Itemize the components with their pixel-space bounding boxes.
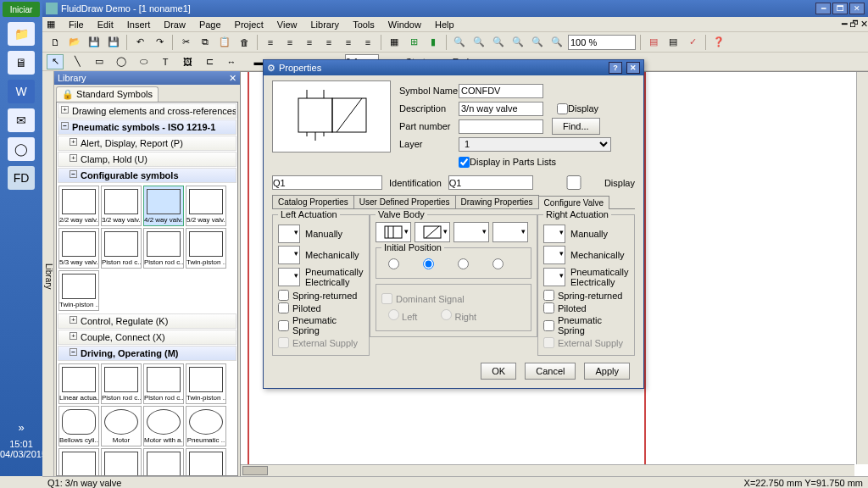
tree-control[interactable]: +Control, Regulate (K) <box>58 313 236 329</box>
menu-library[interactable]: Library <box>311 19 340 30</box>
left-piloted-check[interactable] <box>278 302 289 313</box>
initpos-radio-3[interactable] <box>458 258 469 269</box>
thumb-piston2[interactable]: Piston rod c.. <box>143 228 184 269</box>
library-tab-standard[interactable]: 🔒 Standard Symbols <box>56 86 159 102</box>
initpos-radio-1[interactable] <box>388 258 399 269</box>
thumb-5-3-valve[interactable]: 5/3 way valv.. <box>58 228 99 269</box>
undo-icon[interactable]: ↶ <box>131 34 148 51</box>
taskbar-app-folder-icon[interactable]: 📁 <box>8 22 35 46</box>
align-center-icon[interactable]: ≡ <box>281 34 298 51</box>
zoom-input[interactable] <box>568 35 636 50</box>
snap2-icon[interactable]: ▮ <box>425 34 442 51</box>
ok-button[interactable]: OK <box>481 363 516 380</box>
sidepanel-library-tab[interactable]: Library <box>42 71 54 476</box>
v-scrollbar[interactable] <box>856 72 868 464</box>
thumb-pneu1[interactable]: Pneumatic .. <box>186 406 226 446</box>
menu-file[interactable]: File <box>69 19 84 30</box>
h-scrollbar[interactable] <box>241 464 854 476</box>
thumb-piston1[interactable]: Piston rod c.. <box>101 228 142 269</box>
thumb-linear[interactable]: Linear actua.. <box>58 363 99 404</box>
right-spring-check[interactable] <box>543 290 554 301</box>
thumb-3-2-valve[interactable]: 3/2 way valv.. <box>101 186 142 226</box>
cursor-tool-icon[interactable]: ↖ <box>47 54 64 69</box>
redo-icon[interactable]: ↷ <box>151 34 168 51</box>
close-button[interactable]: ✕ <box>849 3 865 14</box>
circle-tool-icon[interactable]: ◯ <box>113 54 130 69</box>
align-top-icon[interactable]: ≡ <box>320 34 337 51</box>
menu-insert[interactable]: Insert <box>127 19 151 30</box>
save-icon[interactable]: 💾 <box>86 34 103 51</box>
left-pneuspring-check[interactable] <box>278 320 289 331</box>
thumb-twin2[interactable]: Twin-piston .. <box>58 270 99 311</box>
menu-help[interactable]: Help <box>435 19 454 30</box>
zoom-fit-icon[interactable]: 🔍 <box>451 34 468 51</box>
menu-edit[interactable]: Edit <box>97 19 114 30</box>
thumb-5-2-valve[interactable]: 5/2 way valv.. <box>186 186 226 226</box>
right-pneuspring-check[interactable] <box>543 320 554 331</box>
tree-couple[interactable]: +Couple, Connect (X) <box>58 330 236 345</box>
tree-draw-elements[interactable]: +Drawing elements and cross-references <box>58 103 236 119</box>
dialog-close-button[interactable]: ✕ <box>626 62 640 74</box>
mdi-close-button[interactable]: ✕ <box>860 19 868 30</box>
align-left-icon[interactable]: ≡ <box>262 34 279 51</box>
zoom-in-icon[interactable]: 🔍 <box>490 34 507 51</box>
right-piloted-check[interactable] <box>543 302 554 313</box>
open-icon[interactable]: 📂 <box>66 34 83 51</box>
thumb-swivel[interactable]: Swivel/linea.. <box>186 448 226 476</box>
tab-userdef[interactable]: User Defined Properties <box>353 195 456 208</box>
menu-draw[interactable]: Draw <box>164 19 186 30</box>
thumb-piston4[interactable]: Piston rod c.. <box>143 363 184 404</box>
valve-pos2-select[interactable] <box>415 222 450 242</box>
connector-tool-icon[interactable]: ⊏ <box>201 54 218 69</box>
taskbar-app-fluiddraw-icon[interactable]: FD <box>8 166 35 190</box>
taskbar-app-chrome-icon[interactable]: ◯ <box>8 137 35 161</box>
taskbar-app-explorer-icon[interactable]: 🖥 <box>8 51 35 75</box>
zoom-prev-icon[interactable]: 🔍 <box>529 34 546 51</box>
thumb-motor-a[interactable]: Motor with a.. <box>143 406 184 446</box>
image-tool-icon[interactable]: 🖼 <box>179 54 196 69</box>
symbol-name-input[interactable] <box>459 84 543 98</box>
ident-input[interactable] <box>448 175 533 190</box>
apply-button[interactable]: Apply <box>584 363 630 380</box>
left-mech-select[interactable] <box>278 246 300 264</box>
zoom-100-icon[interactable]: 🔍 <box>548 34 565 51</box>
saveall-icon[interactable]: 💾 <box>105 34 122 51</box>
align-bot-icon[interactable]: ≡ <box>359 34 376 51</box>
part-input[interactable] <box>459 119 543 134</box>
taskbar-app-word-icon[interactable]: W <box>8 80 35 103</box>
mdi-minimize-button[interactable]: ━ <box>842 19 848 30</box>
thumb-semi1[interactable]: Semi-rotary .. <box>101 448 142 476</box>
layer-select[interactable]: 1 <box>459 137 611 152</box>
tree-clamp[interactable]: +Clamp, Hold (U) <box>58 152 236 167</box>
q1-field[interactable] <box>272 175 382 190</box>
tab-configure-valve[interactable]: Configure Valve <box>538 196 609 209</box>
copy-icon[interactable]: ⧉ <box>197 34 214 51</box>
dialog-help-button[interactable]: ? <box>609 62 622 74</box>
library-close-icon[interactable]: ✕ <box>229 73 236 84</box>
right-manual-select[interactable] <box>543 225 565 243</box>
thumb-piston3[interactable]: Piston rod c.. <box>101 363 142 404</box>
ellipse-tool-icon[interactable]: ⬭ <box>135 54 152 69</box>
cut-icon[interactable]: ✂ <box>177 34 194 51</box>
thumb-2-2-valve[interactable]: 2/2 way valv.. <box>58 186 99 226</box>
initpos-radio-2[interactable] <box>423 258 434 269</box>
tree-alert[interactable]: +Alert, Display, Report (P) <box>58 136 236 151</box>
layers2-icon[interactable]: ▤ <box>665 34 682 51</box>
thumb-bellows[interactable]: Bellows cyli.. <box>58 406 99 446</box>
paste-icon[interactable]: 📋 <box>216 34 233 51</box>
minimize-button[interactable]: ━ <box>815 3 831 14</box>
zoom-window-icon[interactable]: 🔍 <box>470 34 487 51</box>
dim-tool-icon[interactable]: ↔ <box>223 54 240 69</box>
thumb-motor[interactable]: Motor <box>101 406 142 446</box>
thumb-twin3[interactable]: Twin-piston .. <box>186 363 226 404</box>
library-tree[interactable]: +Drawing elements and cross-references −… <box>56 102 238 476</box>
right-mech-select[interactable] <box>543 246 565 264</box>
thumb-semi2[interactable]: Semi-rotary .. <box>143 448 184 476</box>
menu-view[interactable]: View <box>277 19 298 30</box>
maximize-button[interactable]: 🗖 <box>832 3 848 14</box>
left-manual-select[interactable] <box>278 225 300 243</box>
valve-pos1-select[interactable] <box>376 222 411 242</box>
right-pneu-select[interactable] <box>543 268 565 286</box>
display-desc-check[interactable] <box>557 103 568 114</box>
tab-catalog[interactable]: Catalog Properties <box>272 195 354 208</box>
